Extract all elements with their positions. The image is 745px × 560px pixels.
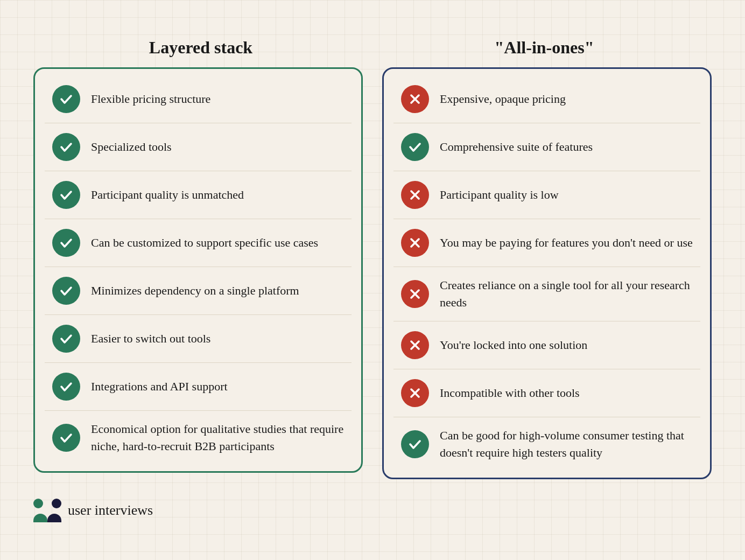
row-text: Participant quality is unmatched	[91, 186, 244, 204]
check-icon	[52, 181, 80, 209]
check-icon	[52, 424, 80, 452]
row-text: Participant quality is low	[440, 186, 559, 204]
right-card: Expensive, opaque pricing Comprehensive …	[382, 67, 712, 479]
row-text: Can be good for high-volume consumer tes…	[440, 427, 693, 461]
x-icon	[401, 379, 429, 407]
left-card: Flexible pricing structure Specialized t…	[33, 67, 363, 473]
row-text: Economical option for qualitative studie…	[91, 421, 344, 455]
list-item: Comprehensive suite of features	[393, 123, 700, 171]
check-icon	[52, 133, 80, 161]
footer: user interviews	[33, 499, 712, 522]
list-item: Easier to switch out tools	[45, 315, 352, 363]
brand-name: user interviews	[68, 502, 153, 519]
left-column-header: Layered stack	[39, 38, 363, 58]
list-item: Specialized tools	[45, 123, 352, 171]
check-icon	[52, 85, 80, 113]
columns-header: Layered stack "All-in-ones"	[33, 38, 712, 58]
brand-logo-icon	[33, 499, 61, 522]
row-text: Specialized tools	[91, 138, 172, 156]
row-text: Easier to switch out tools	[91, 330, 210, 347]
row-text: Integrations and API support	[91, 378, 228, 395]
row-text: Flexible pricing structure	[91, 90, 210, 108]
list-item: Participant quality is low	[393, 171, 700, 219]
row-text: Can be customized to support specific us…	[91, 234, 318, 251]
list-item: Can be good for high-volume consumer tes…	[393, 417, 700, 471]
row-text: You may be paying for features you don't…	[440, 234, 693, 251]
row-text: Expensive, opaque pricing	[440, 90, 566, 108]
x-icon	[401, 85, 429, 113]
list-item: You may be paying for features you don't…	[393, 219, 700, 267]
row-text: Creates reliance on a single tool for al…	[440, 277, 693, 311]
list-item: Minimizes dependency on a single platfor…	[45, 267, 352, 315]
x-icon	[401, 331, 429, 359]
row-text: You're locked into one solution	[440, 337, 587, 354]
list-item: Participant quality is unmatched	[45, 171, 352, 219]
x-icon	[401, 280, 429, 308]
check-icon	[52, 277, 80, 305]
comparison-wrapper: Layered stack "All-in-ones" Flexible pri…	[33, 38, 712, 522]
list-item: Expensive, opaque pricing	[393, 75, 700, 123]
list-item: You're locked into one solution	[393, 321, 700, 369]
row-text: Minimizes dependency on a single platfor…	[91, 282, 299, 299]
list-item: Integrations and API support	[45, 363, 352, 411]
x-icon	[401, 229, 429, 257]
check-icon	[52, 229, 80, 257]
row-text: Incompatible with other tools	[440, 384, 580, 402]
right-column-header: "All-in-ones"	[382, 38, 706, 58]
check-icon	[52, 325, 80, 353]
check-icon	[401, 133, 429, 161]
list-item: Creates reliance on a single tool for al…	[393, 267, 700, 321]
list-item: Can be customized to support specific us…	[45, 219, 352, 267]
list-item: Economical option for qualitative studie…	[45, 411, 352, 465]
list-item: Flexible pricing structure	[45, 75, 352, 123]
x-icon	[401, 181, 429, 209]
columns-body: Flexible pricing structure Specialized t…	[33, 67, 712, 479]
list-item: Incompatible with other tools	[393, 369, 700, 417]
row-text: Comprehensive suite of features	[440, 138, 593, 156]
check-icon	[52, 373, 80, 401]
check-icon	[401, 430, 429, 458]
